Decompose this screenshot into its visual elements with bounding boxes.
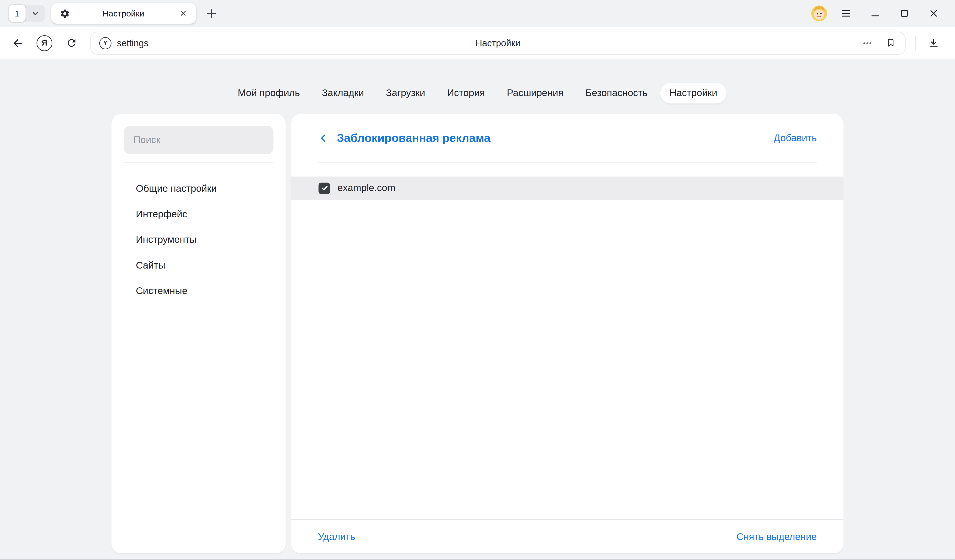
row-checkbox[interactable] bbox=[318, 182, 330, 193]
new-tab-button[interactable] bbox=[202, 4, 221, 23]
page-title: Настройки bbox=[91, 38, 905, 48]
address-bar-actions bbox=[859, 32, 899, 54]
sidebar-item-system[interactable]: Системные bbox=[124, 278, 274, 304]
nav-tab-extensions[interactable]: Расширения bbox=[498, 83, 573, 103]
nav-tab-downloads[interactable]: Загрузки bbox=[377, 83, 434, 103]
browser-window: 1 Настройки × bbox=[0, 0, 955, 560]
panel-title: Заблокированная реклама bbox=[337, 131, 491, 145]
window-viewport: 1 Настройки × bbox=[0, 0, 955, 560]
panel-header: Заблокированная реклама Добавить bbox=[291, 114, 844, 162]
row-domain-label: example.com bbox=[337, 183, 395, 193]
toolbar-separator bbox=[915, 36, 916, 50]
browser-tab-settings[interactable]: Настройки × bbox=[51, 3, 196, 24]
url-text: settings bbox=[117, 38, 149, 48]
minimize-button[interactable] bbox=[865, 4, 886, 23]
blocked-ads-list: example.com bbox=[291, 162, 844, 519]
settings-sidebar: Общие настройки Интерфейс Инструменты Са… bbox=[111, 114, 286, 553]
address-bar[interactable]: Y settings Настройки bbox=[90, 31, 906, 55]
clear-selection-button[interactable]: Снять выделение bbox=[737, 531, 817, 542]
settings-page: Мой профиль Закладки Загрузки История Ра… bbox=[0, 59, 955, 559]
close-window-button[interactable] bbox=[923, 4, 944, 23]
blocked-ads-panel: Заблокированная реклама Добавить example… bbox=[291, 114, 844, 553]
add-button[interactable]: Добавить bbox=[774, 133, 817, 144]
yandex-logo-icon: Я bbox=[36, 35, 52, 51]
tab-close-button[interactable]: × bbox=[177, 7, 190, 20]
chevron-down-icon[interactable] bbox=[25, 10, 45, 17]
list-item-example-com[interactable]: example.com bbox=[291, 176, 844, 200]
nav-tab-bookmarks[interactable]: Закладки bbox=[313, 83, 373, 103]
refresh-button[interactable] bbox=[58, 31, 84, 55]
nav-tab-profile[interactable]: Мой профиль bbox=[229, 83, 309, 103]
sidebar-item-interface[interactable]: Интерфейс bbox=[124, 201, 274, 227]
nav-tab-history[interactable]: История bbox=[438, 83, 494, 103]
yandex-home-button[interactable]: Я bbox=[32, 31, 57, 55]
search-input[interactable] bbox=[124, 126, 274, 154]
tab-title: Настройки bbox=[70, 9, 177, 19]
window-controls bbox=[811, 4, 949, 23]
nav-tab-security[interactable]: Безопасность bbox=[576, 83, 657, 103]
sidebar-divider bbox=[124, 162, 274, 163]
gear-icon bbox=[60, 8, 70, 19]
panel-footer: Удалить Снять выделение bbox=[291, 520, 844, 553]
sidebar-item-tools[interactable]: Инструменты bbox=[124, 227, 274, 253]
tab-group-button[interactable]: 1 bbox=[9, 5, 45, 22]
back-button[interactable] bbox=[5, 31, 30, 55]
site-favicon-icon: Y bbox=[99, 37, 111, 49]
menu-icon[interactable] bbox=[836, 4, 856, 23]
settings-layout: Общие настройки Интерфейс Инструменты Са… bbox=[111, 114, 844, 553]
tab-strip: 1 Настройки × bbox=[0, 0, 955, 27]
bookmark-icon[interactable] bbox=[882, 34, 899, 51]
tab-group-count[interactable]: 1 bbox=[9, 5, 25, 22]
downloads-button[interactable] bbox=[921, 31, 946, 55]
more-actions-icon[interactable] bbox=[859, 34, 876, 51]
nav-tab-settings[interactable]: Настройки bbox=[661, 83, 726, 103]
back-chevron-icon[interactable] bbox=[318, 133, 329, 144]
profile-avatar[interactable] bbox=[811, 5, 827, 21]
delete-button[interactable]: Удалить bbox=[318, 531, 355, 542]
browser-toolbar: Я Y settings Настройки bbox=[0, 27, 955, 59]
maximize-button[interactable] bbox=[894, 4, 915, 23]
sidebar-list: Общие настройки Интерфейс Инструменты Са… bbox=[124, 176, 274, 304]
sidebar-item-sites[interactable]: Сайты bbox=[124, 253, 274, 278]
sidebar-item-general[interactable]: Общие настройки bbox=[124, 176, 274, 201]
settings-nav-tabs: Мой профиль Закладки Загрузки История Ра… bbox=[0, 82, 955, 104]
